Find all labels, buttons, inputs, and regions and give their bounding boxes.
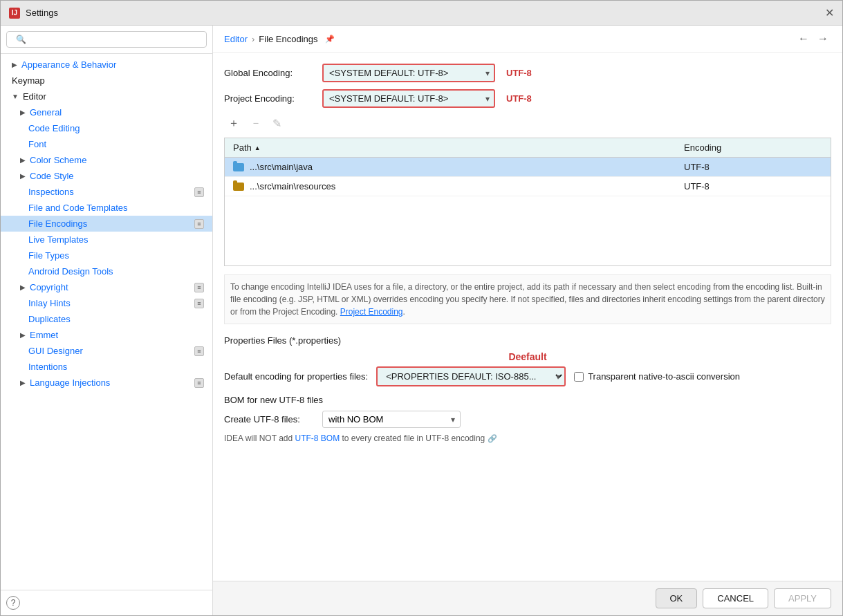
sidebar-label: Code Editing <box>28 123 80 133</box>
remove-button[interactable]: － <box>246 115 266 132</box>
bom-select-wrap: with NO BOM <box>322 411 461 428</box>
badge-icon: ≡ <box>194 283 204 292</box>
apply-button[interactable]: APPLY <box>774 588 831 608</box>
badge-icon: ≡ <box>194 346 204 356</box>
edit-button[interactable]: ✎ <box>268 115 286 132</box>
transparent-checkbox-row: Transparent native-to-ascii conversion <box>574 371 740 382</box>
breadcrumb-current: File Encodings <box>259 34 317 44</box>
project-encoding-link[interactable]: Project Encoding <box>340 307 403 317</box>
search-input[interactable] <box>6 31 207 48</box>
sidebar-item-file-code-templates[interactable]: File and Code Templates <box>1 200 212 216</box>
sidebar-item-duplicates[interactable]: Duplicates <box>1 311 212 327</box>
props-encoding-select[interactable]: <PROPERTIES DEFAULT: ISO-885... <box>376 366 566 386</box>
bom-row: Create UTF-8 files: with NO BOM <box>224 411 831 428</box>
project-encoding-label: Project Encoding: <box>224 93 314 104</box>
sidebar-label: Copyright <box>30 282 68 292</box>
main-content: 🔍 ▶ Appearance & Behavior Keymap ▼ Edit <box>1 26 842 615</box>
sidebar-item-file-encodings[interactable]: File Encodings ≡ <box>1 216 212 232</box>
global-encoding-badge: UTF-8 <box>506 68 532 78</box>
add-button[interactable]: ＋ <box>224 115 243 132</box>
badge-icon: ≡ <box>194 219 204 229</box>
col-encoding-header: Encoding <box>684 142 822 153</box>
sidebar-item-keymap[interactable]: Keymap <box>1 73 212 88</box>
badge-icon: ≡ <box>194 299 204 308</box>
sidebar-item-color-scheme[interactable]: ▶ Color Scheme <box>1 152 212 168</box>
cancel-button[interactable]: CANCEL <box>703 588 768 608</box>
expand-arrow-icon: ▶ <box>20 172 26 180</box>
title-bar-left: IJ Settings <box>9 8 58 19</box>
sidebar-item-editor[interactable]: ▼ Editor <box>1 88 212 104</box>
bom-section: BOM for new UTF-8 files Create UTF-8 fil… <box>224 395 831 443</box>
project-encoding-select[interactable]: <SYSTEM DEFAULT: UTF-8> <box>322 89 495 108</box>
dialog-title: Settings <box>26 8 58 18</box>
props-encoding-select-wrap: <PROPERTIES DEFAULT: ISO-885... <box>376 366 566 386</box>
toolbar: ＋ － ✎ <box>224 115 831 132</box>
sidebar-item-inspections[interactable]: Inspections ≡ <box>1 184 212 200</box>
expand-arrow-icon: ▶ <box>20 283 26 291</box>
sidebar-item-gui-designer[interactable]: GUI Designer ≡ <box>1 343 212 359</box>
sidebar-item-code-style[interactable]: ▶ Code Style <box>1 168 212 184</box>
sidebar-label: Live Templates <box>28 234 88 245</box>
sidebar-item-appearance-behavior[interactable]: ▶ Appearance & Behavior <box>1 57 212 73</box>
deefault-label: Deefault <box>508 351 546 362</box>
global-encoding-label: Global Encoding: <box>224 68 314 78</box>
folder-icon <box>233 163 244 171</box>
sidebar-item-font[interactable]: Font <box>1 136 212 152</box>
default-enc-label: Default encoding for properties files: <box>224 371 368 382</box>
col-path-header[interactable]: Path ▲ <box>233 142 684 153</box>
sidebar-label: Keymap <box>12 75 45 86</box>
sidebar-item-intentions[interactable]: Intentions <box>1 359 212 375</box>
sidebar-item-inlay-hints[interactable]: Inlay Hints ≡ <box>1 295 212 311</box>
project-encoding-select-wrap: <SYSTEM DEFAULT: UTF-8> <box>322 89 495 108</box>
bom-note: IDEA will NOT add UTF-8 BOM to every cre… <box>224 433 831 443</box>
project-encoding-badge: UTF-8 <box>506 93 532 104</box>
sidebar-label: Font <box>28 139 46 149</box>
nav-forward-button[interactable]: → <box>815 31 831 46</box>
external-link-icon[interactable]: 🔗 <box>488 434 497 442</box>
sidebar-label: File and Code Templates <box>28 203 128 213</box>
sidebar-item-emmet[interactable]: ▶ Emmet <box>1 327 212 343</box>
expand-arrow-icon: ▶ <box>20 331 26 339</box>
table-row[interactable]: ...\src\main\java UTF-8 <box>225 158 831 177</box>
sidebar-item-general[interactable]: ▶ General <box>1 104 212 120</box>
sidebar-item-language-injections[interactable]: ▶ Language Injections ≡ <box>1 375 212 391</box>
transparent-label: Transparent native-to-ascii conversion <box>588 371 740 382</box>
close-button[interactable]: ✕ <box>825 8 834 19</box>
panel-body: Global Encoding: <SYSTEM DEFAULT: UTF-8>… <box>213 53 842 581</box>
sidebar-label: File Types <box>28 250 69 261</box>
bom-link[interactable]: UTF-8 BOM <box>295 433 340 443</box>
pin-icon[interactable]: 📌 <box>325 35 335 44</box>
breadcrumb: Editor › File Encodings 📌 ← → <box>213 26 842 53</box>
global-encoding-select[interactable]: <SYSTEM DEFAULT: UTF-8> <box>322 64 495 82</box>
badge-icon: ≡ <box>194 378 204 388</box>
row-path: ...\src\main\java <box>233 162 684 172</box>
table-row[interactable]: ...\src\main\resources UTF-8 <box>225 177 831 196</box>
sidebar-item-file-types[interactable]: File Types <box>1 248 212 263</box>
sidebar-label: Inlay Hints <box>28 298 71 308</box>
sidebar-item-code-editing[interactable]: Code Editing <box>1 120 212 136</box>
project-encoding-row: Project Encoding: <SYSTEM DEFAULT: UTF-8… <box>224 89 831 108</box>
transparent-checkbox[interactable] <box>574 372 584 382</box>
breadcrumb-separator: › <box>252 34 254 44</box>
sidebar-label: Android Design Tools <box>28 266 113 277</box>
ok-button[interactable]: OK <box>656 588 698 608</box>
app-icon: IJ <box>9 8 20 19</box>
table-empty-space <box>225 196 831 265</box>
sidebar-label: Color Scheme <box>30 155 86 165</box>
bom-select[interactable]: with NO BOM <box>322 411 461 428</box>
settings-dialog: IJ Settings ✕ 🔍 ▶ Appearance & Behavior <box>0 0 843 616</box>
dialog-footer: OK CANCEL APPLY <box>213 581 842 615</box>
breadcrumb-parent[interactable]: Editor <box>224 34 248 44</box>
sidebar-item-copyright[interactable]: ▶ Copyright ≡ <box>1 279 212 295</box>
sidebar-item-android-design-tools[interactable]: Android Design Tools <box>1 263 212 279</box>
sidebar: 🔍 ▶ Appearance & Behavior Keymap ▼ Edit <box>1 26 213 615</box>
nav-tree: ▶ Appearance & Behavior Keymap ▼ Editor … <box>1 54 212 590</box>
expand-arrow-icon: ▶ <box>20 109 26 116</box>
info-text: To change encoding IntelliJ IDEA uses fo… <box>224 274 831 324</box>
sidebar-item-live-templates[interactable]: Live Templates <box>1 232 212 248</box>
help-button[interactable]: ? <box>6 596 20 610</box>
props-section-title: Properties Files (*.properties) <box>224 335 831 346</box>
nav-back-button[interactable]: ← <box>795 31 812 46</box>
row-encoding: UTF-8 <box>684 162 822 172</box>
sidebar-label: Inspections <box>28 187 74 197</box>
